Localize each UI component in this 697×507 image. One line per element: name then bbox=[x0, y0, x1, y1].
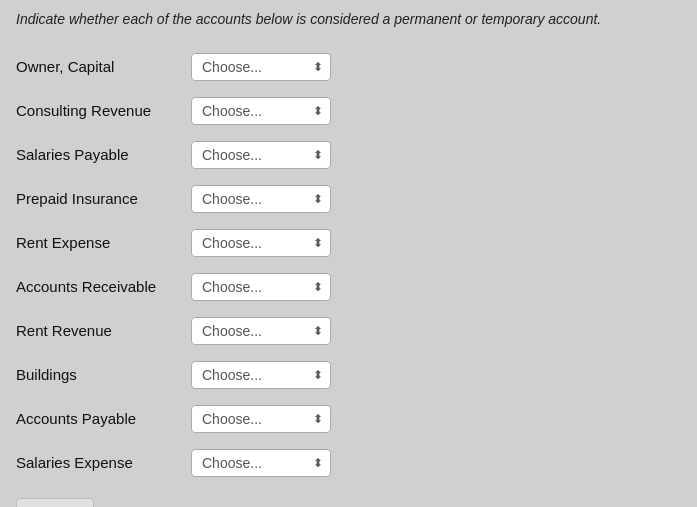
account-select-accounts-payable[interactable]: Choose...PermanentTemporary bbox=[191, 405, 331, 433]
account-row-accounts-receivable: Accounts ReceivableChoose...PermanentTem… bbox=[16, 268, 681, 306]
account-row-buildings: BuildingsChoose...PermanentTemporary bbox=[16, 356, 681, 394]
select-wrapper-rent-revenue: Choose...PermanentTemporary bbox=[191, 317, 331, 345]
account-label-consulting-revenue: Consulting Revenue bbox=[16, 102, 191, 119]
account-label-accounts-payable: Accounts Payable bbox=[16, 410, 191, 427]
account-row-salaries-payable: Salaries PayableChoose...PermanentTempor… bbox=[16, 136, 681, 174]
account-row-owner-capital: Owner, CapitalChoose...PermanentTemporar… bbox=[16, 48, 681, 86]
account-label-prepaid-insurance: Prepaid Insurance bbox=[16, 190, 191, 207]
account-select-owner-capital[interactable]: Choose...PermanentTemporary bbox=[191, 53, 331, 81]
select-wrapper-prepaid-insurance: Choose...PermanentTemporary bbox=[191, 185, 331, 213]
account-label-owner-capital: Owner, Capital bbox=[16, 58, 191, 75]
account-row-rent-expense: Rent ExpenseChoose...PermanentTemporary bbox=[16, 224, 681, 262]
account-label-accounts-receivable: Accounts Receivable bbox=[16, 278, 191, 295]
account-row-salaries-expense: Salaries ExpenseChoose...PermanentTempor… bbox=[16, 444, 681, 482]
account-row-rent-revenue: Rent RevenueChoose...PermanentTemporary bbox=[16, 312, 681, 350]
select-wrapper-accounts-receivable: Choose...PermanentTemporary bbox=[191, 273, 331, 301]
account-label-salaries-payable: Salaries Payable bbox=[16, 146, 191, 163]
account-select-prepaid-insurance[interactable]: Choose...PermanentTemporary bbox=[191, 185, 331, 213]
select-wrapper-owner-capital: Choose...PermanentTemporary bbox=[191, 53, 331, 81]
account-row-accounts-payable: Accounts PayableChoose...PermanentTempor… bbox=[16, 400, 681, 438]
account-label-rent-revenue: Rent Revenue bbox=[16, 322, 191, 339]
select-wrapper-accounts-payable: Choose...PermanentTemporary bbox=[191, 405, 331, 433]
account-row-consulting-revenue: Consulting RevenueChoose...PermanentTemp… bbox=[16, 92, 681, 130]
account-row-prepaid-insurance: Prepaid InsuranceChoose...PermanentTempo… bbox=[16, 180, 681, 218]
instruction-text: Indicate whether each of the accounts be… bbox=[16, 10, 681, 30]
account-label-salaries-expense: Salaries Expense bbox=[16, 454, 191, 471]
account-label-rent-expense: Rent Expense bbox=[16, 234, 191, 251]
account-label-buildings: Buildings bbox=[16, 366, 191, 383]
account-select-accounts-receivable[interactable]: Choose...PermanentTemporary bbox=[191, 273, 331, 301]
account-select-rent-expense[interactable]: Choose...PermanentTemporary bbox=[191, 229, 331, 257]
account-select-salaries-payable[interactable]: Choose...PermanentTemporary bbox=[191, 141, 331, 169]
accounts-container: Owner, CapitalChoose...PermanentTemporar… bbox=[16, 48, 681, 482]
select-wrapper-rent-expense: Choose...PermanentTemporary bbox=[191, 229, 331, 257]
account-select-salaries-expense[interactable]: Choose...PermanentTemporary bbox=[191, 449, 331, 477]
account-select-buildings[interactable]: Choose...PermanentTemporary bbox=[191, 361, 331, 389]
check-button[interactable]: Check bbox=[16, 498, 94, 507]
select-wrapper-consulting-revenue: Choose...PermanentTemporary bbox=[191, 97, 331, 125]
select-wrapper-buildings: Choose...PermanentTemporary bbox=[191, 361, 331, 389]
account-select-consulting-revenue[interactable]: Choose...PermanentTemporary bbox=[191, 97, 331, 125]
select-wrapper-salaries-expense: Choose...PermanentTemporary bbox=[191, 449, 331, 477]
account-select-rent-revenue[interactable]: Choose...PermanentTemporary bbox=[191, 317, 331, 345]
select-wrapper-salaries-payable: Choose...PermanentTemporary bbox=[191, 141, 331, 169]
